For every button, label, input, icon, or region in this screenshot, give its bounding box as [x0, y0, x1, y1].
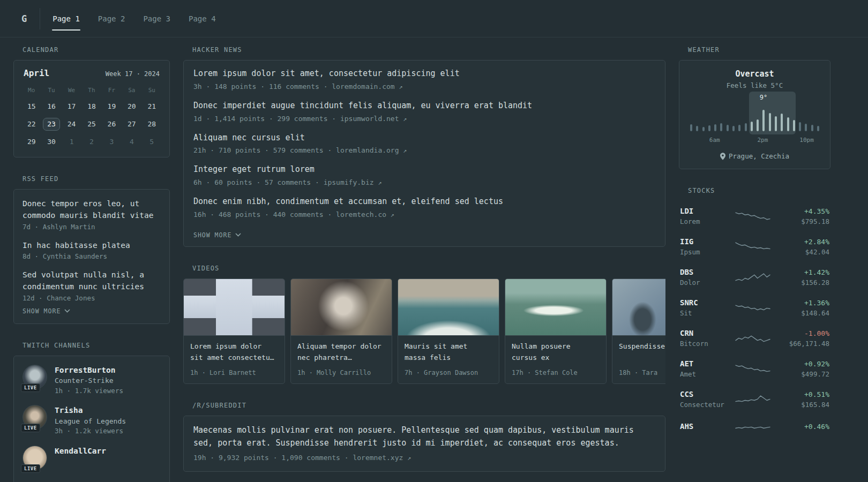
hackernews-item-domain-link[interactable]: ipsumworld.net: [340, 115, 399, 123]
weather-bar: [720, 123, 722, 131]
twitch-channel-name[interactable]: Trisha: [55, 405, 126, 416]
rss-item-title[interactable]: Sed volutpat nulla nisl, a condimentum n…: [23, 269, 161, 293]
stock-id: AHS: [680, 422, 729, 433]
hackernews-item-title[interactable]: Lorem ipsum dolor sit amet, consectetur …: [193, 68, 655, 80]
stock-ticker[interactable]: CCS: [680, 390, 729, 398]
twitch-channel-row[interactable]: LIVE Trisha League of Legends 3h · 1.2k …: [23, 405, 161, 436]
calendar-day: 25: [83, 118, 100, 131]
calendar-day: 2: [83, 135, 100, 148]
hackernews-item-domain-link[interactable]: loremtech.co: [336, 210, 386, 219]
hackernews-item-title[interactable]: Integer eget rutrum lorem: [193, 164, 655, 176]
video-title[interactable]: Nullam posuere cursus ex: [512, 341, 600, 364]
twitch-channel-info: ForrestBurton Counter-Strike 1h · 1.7k v…: [55, 365, 123, 396]
subreddit-post-domain-link[interactable]: loremnet.xyz: [353, 454, 403, 462]
video-thumbnail[interactable]: [291, 279, 392, 336]
rss-item-title[interactable]: In hac habitasse platea: [23, 240, 161, 252]
hackernews-item-domain-link[interactable]: ipsumify.biz: [324, 178, 374, 186]
video-thumbnail[interactable]: [398, 279, 499, 336]
weekday-label: Sa: [122, 87, 141, 94]
video-title[interactable]: Mauris sit amet massa felis: [405, 341, 492, 364]
video-thumbnail[interactable]: [505, 279, 606, 336]
twitch-channel-game: Counter-Strike: [55, 375, 123, 386]
hackernews-show-more-button[interactable]: SHOW MORE: [193, 231, 241, 239]
video-title[interactable]: Lorem ipsum dolor sit amet consectetu…: [190, 341, 278, 364]
rss-widget: RSS FEED Donec tempor eros leo, ut commo…: [13, 175, 170, 324]
weather-bar: [745, 123, 747, 131]
stock-name: Dolor: [680, 278, 729, 287]
video-thumbnail[interactable]: [612, 279, 665, 336]
stock-sparkline: [729, 209, 776, 223]
stock-row: CRN Bitcorn -1.00% $66,171.48: [679, 323, 830, 353]
subreddit-post-title[interactable]: Maecenas mollis pulvinar erat non posuer…: [193, 424, 655, 449]
twitch-channel-row[interactable]: LIVE ForrestBurton Counter-Strike 1h · 1…: [23, 365, 161, 396]
calendar-day-grid: 1516171819202122232425262728293012345: [21, 100, 162, 148]
subreddit-widget: /R/SUBREDDIT Maecenas mollis pulvinar er…: [183, 402, 665, 472]
page-tab[interactable]: Page 3: [143, 13, 171, 25]
twitch-channel-row[interactable]: LIVE KendallCarr: [23, 446, 161, 470]
stock-id: AET Amet: [680, 359, 729, 378]
stocks-list: LDI Lorem +4.35% $795.18 IIG: [679, 201, 830, 440]
rss-show-more-button[interactable]: SHOW MORE: [23, 307, 70, 315]
video-card[interactable]: Nullam posuere cursus ex 17h · Stefan Co…: [505, 278, 607, 384]
stock-id: CRN Bitcorn: [680, 329, 729, 348]
twitch-avatar-wrap: LIVE: [23, 365, 47, 389]
page-tab[interactable]: Page 2: [98, 13, 126, 25]
hackernews-item-title[interactable]: Donec imperdiet augue tincidunt felis al…: [193, 100, 655, 112]
twitch-channel-name[interactable]: KendallCarr: [55, 446, 106, 456]
stock-ticker[interactable]: DBS: [680, 268, 729, 276]
external-link-icon: ↗: [403, 147, 407, 154]
hackernews-item: Aliquam nec cursus elit 21h · 710 points…: [193, 132, 655, 155]
weather-card: Overcast Feels like 5°C 9° 6am 2pm 10pm …: [679, 60, 830, 169]
stock-ticker[interactable]: AHS: [680, 422, 729, 431]
hackernews-item-meta: 16h · 468 points · 440 comments · loremt…: [193, 210, 655, 219]
video-card[interactable]: Mauris sit amet massa felis 7h · Grayson…: [398, 278, 499, 384]
video-card-body: Lorem ipsum dolor sit amet consectetu… 1…: [184, 336, 285, 383]
page-tab[interactable]: Page 4: [188, 13, 216, 25]
hackernews-item-domain-link[interactable]: loremlandia.org: [336, 146, 399, 154]
stock-price: $156.28: [776, 278, 829, 287]
stock-values: +0.51% $165.84: [776, 390, 829, 409]
video-title[interactable]: Suspendisse diam: [619, 341, 665, 364]
stock-id: SNRC Sit: [680, 298, 729, 317]
weather-condition: Overcast: [688, 69, 821, 79]
video-thumbnail[interactable]: [184, 279, 285, 336]
hackernews-item-title[interactable]: Aliquam nec cursus elit: [193, 132, 655, 144]
rss-list: Donec tempor eros leo, ut commodo mauris…: [23, 198, 161, 302]
rss-item-title[interactable]: Donec tempor eros leo, ut commodo mauris…: [23, 198, 161, 222]
video-title[interactable]: Aliquam tempor dolor nec pharetra…: [297, 341, 385, 364]
calendar-day: 23: [43, 118, 60, 131]
calendar-day: 24: [63, 118, 80, 131]
hackernews-item-stats: 21h · 710 points · 579 comments ·: [193, 146, 332, 154]
calendar-day: 27: [123, 118, 140, 131]
rss-item: Donec tempor eros leo, ut commodo mauris…: [23, 198, 161, 231]
calendar-day: 17: [63, 100, 80, 113]
weather-time-label: 6am: [709, 137, 720, 144]
hackernews-item-title[interactable]: Donec enim nibh, condimentum et accumsan…: [193, 196, 655, 208]
rss-item-meta: 12d · Chance Jones: [23, 294, 161, 302]
stock-ticker[interactable]: LDI: [680, 207, 729, 215]
stock-row: DBS Dolor +1.42% $156.28: [679, 262, 830, 292]
weather-bar: [805, 124, 807, 131]
video-card[interactable]: Lorem ipsum dolor sit amet consectetu… 1…: [183, 278, 285, 384]
weather-time-labels: 6am 2pm 10pm: [688, 137, 821, 145]
stock-name: Lorem: [680, 217, 729, 225]
hackernews-item-domain-link[interactable]: loremdomain.com: [332, 82, 394, 91]
video-card[interactable]: Suspendisse diam 18h · Tara: [612, 278, 665, 384]
calendar-day: 30: [43, 135, 60, 148]
weather-location: Prague, Czechia: [688, 152, 821, 160]
stock-price: $795.18: [776, 217, 829, 225]
stock-values: +1.42% $156.28: [776, 268, 829, 287]
stock-ticker[interactable]: CRN: [680, 329, 729, 337]
stock-ticker[interactable]: SNRC: [680, 298, 729, 307]
calendar-day: 29: [23, 135, 40, 148]
page-tab[interactable]: Page 1: [52, 13, 80, 25]
weather-bar: [696, 126, 698, 131]
calendar-month: April: [24, 68, 49, 78]
video-card[interactable]: Aliquam tempor dolor nec pharetra… 1h · …: [290, 278, 392, 384]
stock-ticker[interactable]: AET: [680, 359, 729, 368]
twitch-channel-name[interactable]: ForrestBurton: [55, 365, 123, 375]
stock-change: +0.46%: [776, 423, 829, 431]
weather-bar: [708, 125, 710, 131]
top-navbar: G Page 1Page 2Page 3Page 4: [0, 0, 868, 37]
stock-ticker[interactable]: IIG: [680, 237, 729, 246]
